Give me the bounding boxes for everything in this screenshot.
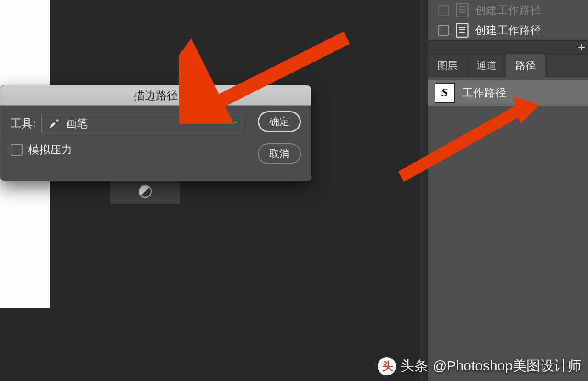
history-item-label: 创建工作路径 [475,3,541,17]
add-button[interactable]: + [578,40,585,55]
path-thumbnail: S [435,83,455,103]
panel-footer: + [428,40,588,54]
tab-paths[interactable]: 路径 [506,54,545,77]
panel-tabs: 图层 通道 路径 [428,54,588,77]
watermark-text-prefix: 头条 [401,357,428,375]
tab-channels[interactable]: 通道 [467,54,506,77]
document-icon [456,3,469,17]
history-item-label: 创建工作路径 [475,23,541,38]
tab-layers[interactable]: 图层 [428,54,467,77]
panel-divider[interactable] [420,0,428,381]
right-panels: 创建工作路径 创建工作路径 + 图层 通道 路径 S 工作路径 [428,0,588,381]
tool-select-value: 画笔 [66,116,88,131]
watermark: 头 头条 @Photoshop美图设计师 [378,357,582,375]
history-item-checkbox[interactable] [438,25,449,36]
dialog-title: 描边路径 [0,85,311,106]
ok-button[interactable]: 确定 [258,111,301,132]
paths-panel: S 工作路径 [428,77,588,106]
history-item-checkbox[interactable] [438,5,449,16]
stroke-path-dialog: 描边路径 工具: 画笔 ﹀ 模拟压力 确定 取消 [0,85,311,181]
simulate-pressure-checkbox[interactable] [11,144,23,156]
watermark-text: @Photoshop美图设计师 [433,357,582,375]
watermark-badge: 头 [378,357,396,375]
history-item[interactable]: 创建工作路径 [428,20,588,40]
chevron-down-icon: ﹀ [230,119,237,129]
blur-tool-icon[interactable] [139,185,152,198]
tool-options-strip [110,179,180,204]
path-item-workpath[interactable]: S 工作路径 [428,80,588,106]
tool-label: 工具: [11,116,36,131]
path-item-label: 工作路径 [462,85,506,100]
simulate-pressure-label: 模拟压力 [28,142,72,157]
history-item[interactable]: 创建工作路径 [428,0,588,20]
brush-icon [48,118,60,129]
tool-select[interactable]: 画笔 ﹀ [41,114,243,133]
document-icon [456,23,469,38]
cancel-button[interactable]: 取消 [258,143,301,164]
